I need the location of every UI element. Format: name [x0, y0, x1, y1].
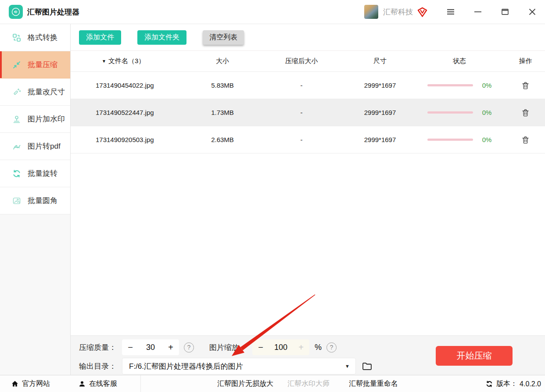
table-row: 1731490454022.jpg 5.83MB - 2999*1697 0%	[71, 72, 545, 99]
sidebar-item-image-to-pdf[interactable]: 图片转pdf	[0, 133, 70, 160]
table-row: 1731490522447.jpg 1.73MB - 2999*1697 0%	[71, 99, 545, 126]
progress-percent: 0%	[482, 109, 492, 116]
column-header-compressed-size: 压缩后大小	[256, 57, 347, 65]
update-check-icon	[485, 380, 493, 388]
sidebar-item-label: 批量压缩	[28, 60, 57, 70]
sidebar-item-format-convert[interactable]: 格式转换	[0, 24, 70, 51]
app-window: 汇帮图片处理器 汇帮科技	[0, 0, 545, 392]
version-number: 4.0.2.0	[520, 380, 541, 388]
sidebar-item-label: 格式转换	[28, 32, 57, 43]
footer-link-lossless-upscale[interactable]: 汇帮图片无损放大	[217, 379, 273, 388]
status-cell: 0%	[413, 136, 506, 143]
online-service-link[interactable]: 在线客服	[78, 379, 117, 388]
delete-row-icon[interactable]	[521, 135, 530, 144]
sidebar: 格式转换 批量压缩 批	[0, 24, 71, 375]
percent-sign: %	[315, 343, 322, 352]
add-folder-button[interactable]: 添加文件夹	[137, 30, 186, 45]
footer-link-watermark-master[interactable]: 汇帮水印大师	[287, 379, 330, 388]
version-info: 版本： 4.0.2.0	[485, 379, 541, 388]
footer-divider	[140, 375, 141, 392]
table-row: 1731490920503.jpg 2.63MB - 2999*1697 0%	[71, 126, 545, 153]
progress-percent: 0%	[482, 82, 492, 89]
column-header-actions: 操作	[506, 57, 545, 65]
menu-icon[interactable]	[445, 6, 456, 18]
batch-compress-icon	[12, 60, 22, 70]
delete-row-icon[interactable]	[521, 81, 530, 89]
minimize-icon[interactable]	[472, 6, 484, 18]
quality-stepper: − 30 +	[122, 339, 179, 355]
scale-plus-button[interactable]: +	[293, 342, 309, 353]
sidebar-item-label: 图片转pdf	[28, 141, 61, 151]
format-convert-icon	[12, 33, 22, 43]
sidebar-item-watermark[interactable]: 图片加水印	[0, 106, 70, 133]
maximize-icon[interactable]	[499, 6, 511, 18]
rounded-corner-image-icon	[12, 196, 22, 206]
avatar[interactable]	[364, 5, 378, 19]
quality-plus-button[interactable]: +	[162, 342, 179, 353]
quality-value[interactable]: 30	[139, 343, 162, 352]
sidebar-item-batch-rotate[interactable]: 批量旋转	[0, 160, 70, 187]
toolbar: 添加文件 添加文件夹 清空列表	[71, 24, 545, 50]
scale-value[interactable]: 100	[269, 343, 293, 352]
table-header: ▼ 文件名（3） 大小 压缩后大小 尺寸 状态 操作	[71, 50, 545, 72]
file-dimensions: 2999*1697	[347, 82, 413, 89]
batch-rotate-icon	[12, 169, 22, 178]
status-cell: 0%	[413, 109, 506, 116]
footer-link-batch-rename[interactable]: 汇帮批量重命名	[349, 379, 398, 388]
sidebar-item-batch-compress[interactable]: 批量压缩	[0, 51, 70, 78]
customer-service-icon	[78, 380, 86, 388]
app-logo-icon	[9, 5, 23, 19]
batch-resize-icon	[12, 87, 22, 97]
sidebar-item-rounded-corners[interactable]: 批量圆角	[0, 187, 70, 214]
output-path-value: F:/6.汇帮图片处理器/转换后的图片	[129, 361, 243, 371]
sidebar-item-label: 批量改尺寸	[28, 87, 65, 97]
file-dimensions: 2999*1697	[347, 136, 413, 143]
file-size: 2.63MB	[189, 136, 256, 143]
column-header-filename[interactable]: ▼ 文件名（3）	[71, 57, 189, 65]
sidebar-item-label: 图片加水印	[28, 114, 65, 124]
compressed-size: -	[256, 82, 347, 89]
compressed-size: -	[256, 136, 347, 143]
official-site-link[interactable]: 官方网站	[11, 379, 50, 388]
dropdown-caret-icon: ▼	[345, 363, 350, 369]
sidebar-item-batch-resize[interactable]: 批量改尺寸	[0, 78, 70, 106]
progress-bar	[427, 84, 473, 86]
file-name: 1731490522447.jpg	[71, 109, 189, 116]
progress-percent: 0%	[482, 136, 492, 143]
output-path-dropdown[interactable]: F:/6.汇帮图片处理器/转换后的图片 ▼	[122, 358, 356, 374]
scale-label: 图片缩放：	[209, 342, 247, 353]
sidebar-item-label: 批量圆角	[28, 196, 57, 206]
file-name: 1731490920503.jpg	[71, 136, 189, 143]
clear-list-button[interactable]: 清空列表	[203, 30, 244, 45]
watermark-icon	[12, 114, 22, 124]
file-size: 1.73MB	[189, 109, 256, 116]
scale-help-icon[interactable]: ?	[326, 342, 337, 353]
add-file-button[interactable]: 添加文件	[79, 30, 121, 45]
progress-bar	[427, 111, 473, 114]
pdf-icon	[12, 142, 22, 151]
file-size: 5.83MB	[189, 82, 256, 89]
app-title: 汇帮图片处理器	[27, 7, 79, 17]
browse-folder-icon[interactable]	[362, 361, 373, 372]
vip-badge-icon[interactable]	[416, 6, 428, 18]
delete-row-icon[interactable]	[521, 108, 530, 117]
progress-bar	[427, 139, 473, 141]
column-header-size: 大小	[189, 57, 256, 65]
quality-label: 压缩质量：	[79, 342, 116, 353]
file-dimensions: 2999*1697	[347, 109, 413, 116]
scale-minus-button[interactable]: −	[252, 342, 269, 353]
quality-help-icon[interactable]: ?	[184, 342, 194, 353]
sort-desc-icon[interactable]: ▼	[102, 59, 106, 64]
file-name: 1731490454022.jpg	[71, 82, 189, 89]
quality-minus-button[interactable]: −	[122, 342, 139, 353]
column-header-status: 状态	[413, 57, 506, 65]
compressed-size: -	[256, 109, 347, 116]
home-icon	[11, 380, 19, 388]
close-icon[interactable]	[527, 6, 538, 18]
column-header-dimensions: 尺寸	[347, 57, 413, 65]
status-cell: 0%	[413, 82, 506, 89]
start-compress-button[interactable]: 开始压缩	[436, 346, 513, 366]
account-name: 汇帮科技	[383, 7, 413, 17]
main-panel: 添加文件 添加文件夹 清空列表 ▼ 文件名（3） 大小 压缩后大小 尺寸 状态 …	[71, 24, 545, 375]
statusbar: 官方网站 在线客服 汇帮图片无损放大 汇帮水印大师 汇帮批量重命名 版本： 4.…	[0, 375, 545, 392]
